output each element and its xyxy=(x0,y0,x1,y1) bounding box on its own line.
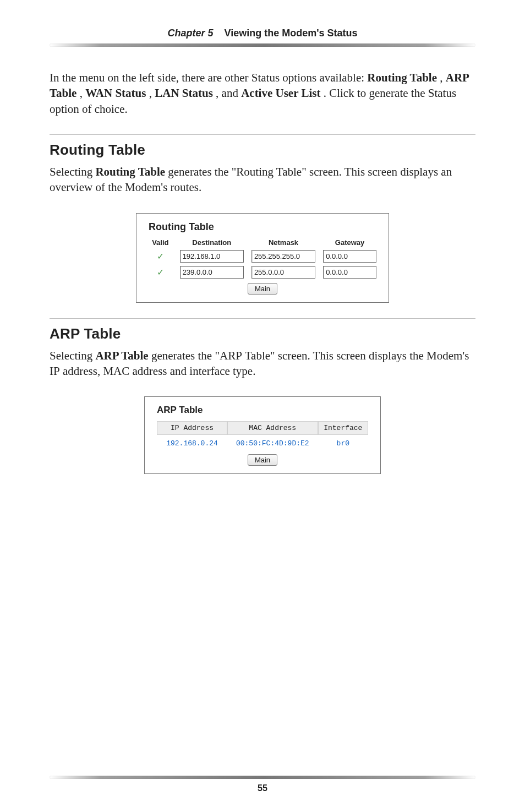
page-number: 55 xyxy=(0,783,525,793)
arp-col-ip: IP Address xyxy=(157,421,227,435)
routing-col-netmask: Netmask xyxy=(251,238,315,247)
arp-ip-cell: 192.168.0.24 xyxy=(157,437,227,450)
routing-destination-cell: 192.168.1.0 xyxy=(180,250,244,263)
routing-col-valid: Valid xyxy=(149,238,172,247)
intro-pre: In the menu on the left side, there are … xyxy=(50,71,367,84)
routing-netmask-cell: 255.0.0.0 xyxy=(251,266,315,279)
routing-gateway-cell: 0.0.0.0 xyxy=(323,250,376,263)
routing-table-figure: Routing Table Valid Destination Netmask … xyxy=(136,213,389,303)
header-divider xyxy=(50,43,475,47)
section-divider xyxy=(50,134,475,135)
routing-destination-cell: 239.0.0.0 xyxy=(180,266,244,279)
routing-table-row: ✓ 192.168.1.0 255.255.255.0 0.0.0.0 xyxy=(149,250,376,263)
valid-check-icon: ✓ xyxy=(149,251,172,261)
routing-netmask-cell: 255.255.255.0 xyxy=(251,250,315,263)
chapter-title: Viewing the Modem's Status xyxy=(225,28,358,39)
routing-col-destination: Destination xyxy=(180,238,244,247)
valid-check-icon: ✓ xyxy=(149,267,172,277)
arp-table-heading: ARP Table xyxy=(50,325,475,342)
arp-figure-title: ARP Table xyxy=(157,405,368,416)
arp-table-header-row: IP Address MAC Address Interface xyxy=(157,421,368,435)
footer-divider xyxy=(50,776,475,779)
routing-table-header-row: Valid Destination Netmask Gateway xyxy=(149,238,376,247)
routing-col-gateway: Gateway xyxy=(323,238,376,247)
intro-opt-lan-status: LAN Status xyxy=(155,86,213,100)
routing-gateway-cell: 0.0.0.0 xyxy=(323,266,376,279)
arp-interface-cell: br0 xyxy=(318,437,368,450)
intro-paragraph: In the menu on the left side, there are … xyxy=(50,70,475,117)
routing-table-heading: Routing Table xyxy=(50,141,475,159)
routing-table-row: ✓ 239.0.0.0 255.0.0.0 0.0.0.0 xyxy=(149,266,376,279)
arp-col-mac: MAC Address xyxy=(227,421,318,435)
arp-table-figure: ARP Table IP Address MAC Address Interfa… xyxy=(144,396,381,474)
chapter-header: Chapter 5 Viewing the Modem's Status xyxy=(50,28,475,39)
arp-col-interface: Interface xyxy=(318,421,368,435)
chapter-label: Chapter 5 xyxy=(167,28,213,39)
intro-opt-active-user-list: Active User List xyxy=(241,86,320,100)
intro-opt-wan-status: WAN Status xyxy=(85,86,146,100)
intro-opt-routing-table: Routing Table xyxy=(367,71,437,84)
routing-main-button[interactable]: Main xyxy=(248,283,277,295)
routing-figure-title: Routing Table xyxy=(149,221,376,233)
arp-table-row: 192.168.0.24 00:50:FC:4D:9D:E2 br0 xyxy=(157,437,368,450)
arp-mac-cell: 00:50:FC:4D:9D:E2 xyxy=(227,437,318,450)
arp-table-description: Selecting ARP Table generates the "ARP T… xyxy=(50,348,475,379)
section-divider xyxy=(50,318,475,319)
arp-main-button[interactable]: Main xyxy=(248,454,277,466)
routing-table-description: Selecting Routing Table generates the "R… xyxy=(50,164,475,195)
